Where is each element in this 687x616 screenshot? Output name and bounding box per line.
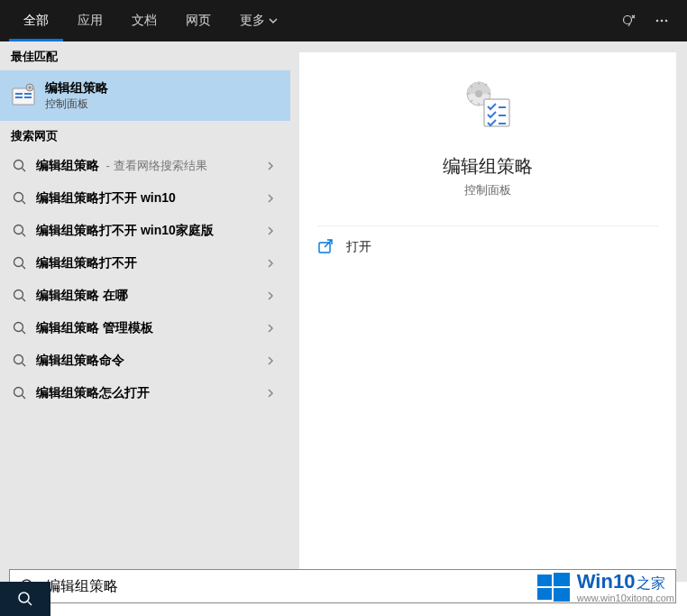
web-result-label: 编辑组策略 在哪 bbox=[36, 288, 265, 304]
svg-point-25 bbox=[14, 388, 23, 397]
svg-point-21 bbox=[14, 323, 23, 332]
search-icon bbox=[13, 191, 27, 206]
chevron-right-icon bbox=[265, 225, 278, 237]
search-icon bbox=[13, 159, 27, 173]
web-result-item[interactable]: 编辑组策略命令 bbox=[0, 345, 290, 377]
feedback-icon[interactable] bbox=[613, 0, 646, 41]
svg-rect-29 bbox=[484, 99, 509, 126]
watermark: Win10 之家 www.win10xitong.com bbox=[537, 571, 674, 603]
svg-point-3 bbox=[665, 20, 668, 23]
windows-logo-icon bbox=[537, 571, 570, 603]
top-tab-bar: 全部 应用 文档 网页 更多 bbox=[0, 0, 687, 41]
svg-point-36 bbox=[19, 593, 29, 602]
svg-point-15 bbox=[14, 225, 23, 234]
search-icon bbox=[13, 224, 27, 238]
watermark-title-2: 之家 bbox=[637, 575, 665, 592]
web-results-list: 编辑组策略 - 查看网络搜索结果编辑组策略打不开 win10编辑组策略打不开 w… bbox=[0, 150, 290, 409]
svg-line-22 bbox=[23, 331, 26, 335]
svg-point-23 bbox=[14, 355, 23, 364]
web-result-item[interactable]: 编辑组策略 在哪 bbox=[0, 280, 290, 312]
chevron-right-icon bbox=[265, 192, 278, 205]
web-result-item[interactable]: 编辑组策略打不开 win10 bbox=[0, 182, 290, 215]
web-result-item[interactable]: 编辑组策略打不开 bbox=[0, 247, 290, 280]
open-action[interactable]: 打开 bbox=[299, 226, 676, 268]
watermark-url: www.win10xitong.com bbox=[577, 593, 674, 603]
chevron-right-icon bbox=[265, 290, 278, 302]
chevron-right-icon bbox=[265, 322, 278, 335]
web-result-item[interactable]: 编辑组策略 - 查看网络搜索结果 bbox=[0, 150, 290, 182]
svg-rect-7 bbox=[24, 93, 32, 95]
svg-line-16 bbox=[23, 234, 26, 237]
svg-point-19 bbox=[14, 290, 23, 299]
preview-title: 编辑组策略 bbox=[443, 154, 533, 179]
svg-rect-39 bbox=[554, 573, 570, 586]
web-result-label: 编辑组策略打不开 bbox=[36, 255, 265, 271]
open-label: 打开 bbox=[346, 239, 371, 255]
tab-more[interactable]: 更多 bbox=[225, 0, 292, 41]
search-icon bbox=[13, 321, 27, 336]
svg-point-17 bbox=[14, 258, 23, 267]
tab-all[interactable]: 全部 bbox=[9, 0, 63, 41]
search-icon bbox=[13, 256, 27, 271]
svg-line-24 bbox=[23, 363, 26, 367]
svg-line-26 bbox=[23, 396, 26, 400]
svg-rect-38 bbox=[537, 575, 552, 586]
svg-line-14 bbox=[23, 201, 26, 205]
svg-line-20 bbox=[23, 299, 26, 302]
svg-point-28 bbox=[475, 90, 482, 97]
svg-line-37 bbox=[28, 602, 32, 605]
topbar-right bbox=[613, 0, 687, 41]
web-result-item[interactable]: 编辑组策略打不开 win10家庭版 bbox=[0, 215, 290, 247]
web-result-item[interactable]: 编辑组策略 管理模板 bbox=[0, 312, 290, 345]
tab-apps[interactable]: 应用 bbox=[63, 0, 117, 41]
chevron-right-icon bbox=[265, 387, 278, 400]
preview-subtitle: 控制面板 bbox=[464, 182, 511, 198]
search-icon bbox=[13, 386, 27, 400]
web-result-label: 编辑组策略命令 bbox=[36, 353, 265, 369]
preview-app-icon bbox=[459, 78, 517, 138]
svg-rect-8 bbox=[24, 97, 32, 98]
preview-panel: 编辑组策略 控制面板 打开 bbox=[299, 52, 676, 571]
web-result-label: 编辑组策略打不开 win10 bbox=[36, 190, 265, 207]
web-result-item[interactable]: 编辑组策略怎么打开 bbox=[0, 377, 290, 409]
svg-line-18 bbox=[23, 266, 26, 270]
tab-web[interactable]: 网页 bbox=[171, 0, 225, 41]
best-match-header: 最佳匹配 bbox=[0, 41, 290, 70]
chevron-right-icon bbox=[265, 160, 278, 172]
control-panel-icon bbox=[11, 83, 36, 108]
tab-docs[interactable]: 文档 bbox=[117, 0, 171, 41]
svg-rect-41 bbox=[554, 588, 570, 602]
svg-rect-5 bbox=[15, 93, 23, 95]
svg-point-10 bbox=[29, 87, 32, 89]
svg-point-1 bbox=[656, 20, 659, 23]
svg-point-0 bbox=[624, 16, 632, 24]
best-match-subtitle: 控制面板 bbox=[45, 97, 108, 112]
svg-point-2 bbox=[661, 20, 664, 23]
search-icon bbox=[13, 354, 27, 368]
svg-point-13 bbox=[14, 193, 23, 202]
chevron-down-icon bbox=[269, 16, 278, 25]
web-result-label: 编辑组策略 管理模板 bbox=[36, 320, 265, 336]
tab-more-label: 更多 bbox=[240, 13, 265, 29]
results-panel: 最佳匹配 编辑组策略 控制面板 搜索网页 编辑组策略 - 查看网络搜索结果编辑组 bbox=[0, 41, 290, 582]
watermark-title-1: Win10 bbox=[577, 571, 636, 593]
web-search-header: 搜索网页 bbox=[0, 121, 290, 150]
more-options-icon[interactable] bbox=[646, 0, 678, 41]
taskbar-search-button[interactable] bbox=[0, 582, 50, 616]
web-result-label: 编辑组策略怎么打开 bbox=[36, 385, 265, 401]
open-icon bbox=[317, 239, 334, 255]
svg-rect-6 bbox=[15, 97, 23, 98]
search-icon bbox=[13, 289, 27, 303]
best-match-item[interactable]: 编辑组策略 控制面板 bbox=[0, 70, 290, 121]
web-result-label: 编辑组策略打不开 win10家庭版 bbox=[36, 223, 265, 239]
svg-rect-40 bbox=[537, 588, 552, 600]
web-result-label: 编辑组策略 - 查看网络搜索结果 bbox=[36, 158, 265, 174]
best-match-title: 编辑组策略 bbox=[45, 80, 108, 97]
chevron-right-icon bbox=[265, 257, 278, 270]
svg-line-12 bbox=[23, 169, 26, 172]
svg-point-11 bbox=[14, 161, 23, 170]
chevron-right-icon bbox=[265, 354, 278, 367]
